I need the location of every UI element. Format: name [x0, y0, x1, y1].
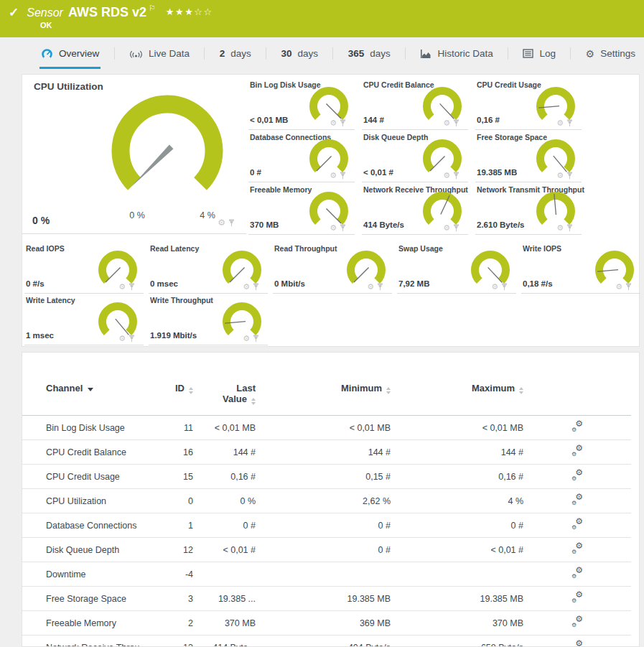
column-header-channel[interactable]: Channel — [22, 381, 164, 416]
pin-icon[interactable] — [501, 283, 508, 291]
gear-icon[interactable]: ⚙ — [243, 335, 250, 343]
tab-historic-data[interactable]: Historic Data — [419, 48, 494, 69]
pin-icon[interactable] — [453, 119, 459, 127]
pin-icon[interactable] — [566, 224, 573, 232]
table-row-cpu-credit-balance[interactable]: CPU Credit Balance16144 #144 #144 #⚙⚙ — [22, 440, 631, 465]
table-row-free-storage-space[interactable]: Free Storage Space319.385 ...19.385 MB19… — [22, 587, 631, 611]
tab-label-number: 365 — [348, 48, 365, 59]
channel-settings-icon[interactable]: ⚙⚙ — [571, 445, 583, 457]
actions-cell: ⚙⚙ — [523, 538, 631, 562]
gear-icon[interactable]: ⚙ — [118, 335, 126, 343]
channel-settings-icon[interactable]: ⚙⚙ — [571, 567, 583, 579]
gauge-tile-cpu-utilization: CPU Utilization 0 % 0 % 4 % ⚙ — [22, 75, 246, 234]
tab-365-days[interactable]: 365 days — [347, 48, 392, 69]
actions-cell: ⚙⚙ — [523, 611, 631, 636]
gear-icon[interactable]: ⚙ — [218, 218, 225, 227]
table-row-network-receive-throu[interactable]: Network Receive Throu...13414 Byte...404… — [22, 636, 631, 647]
gear-icon[interactable]: ⚙ — [556, 172, 564, 180]
column-header-id[interactable]: ID — [164, 381, 193, 416]
live-broadcast-icon — [129, 49, 143, 59]
chart-icon — [420, 49, 431, 59]
pin-icon[interactable] — [340, 224, 346, 232]
gear-icon[interactable]: ⚙ — [243, 283, 250, 291]
last-value-cell: 0 % — [193, 489, 256, 513]
channel-settings-icon[interactable]: ⚙⚙ — [571, 592, 583, 603]
actions-cell: ⚙⚙ — [523, 416, 631, 440]
actions-cell: ⚙⚙ — [523, 513, 631, 538]
pin-icon[interactable] — [453, 224, 459, 232]
tab-log[interactable]: Log — [521, 48, 557, 69]
tab-label: days — [370, 48, 391, 59]
gauge-tile-swap-usage: Swap Usage7,92 MB⚙ — [397, 241, 516, 294]
priority-flag-icon[interactable]: ⚐ — [149, 4, 156, 13]
table-row-cpu-utilization[interactable]: CPU Utilization00 %2,62 %4 %⚙⚙ — [22, 489, 631, 513]
channel-settings-icon[interactable]: ⚙⚙ — [571, 470, 583, 481]
tab-label: days — [230, 48, 251, 59]
object-kind-label: Sensor — [27, 6, 63, 19]
pin-icon[interactable] — [377, 283, 383, 291]
gear-icon[interactable]: ⚙ — [491, 283, 498, 291]
pin-icon[interactable] — [566, 172, 573, 180]
channel-cell: CPU Credit Usage — [22, 465, 164, 489]
column-header-last-value[interactable]: Last Value — [193, 381, 256, 416]
gear-icon[interactable]: ⚙ — [330, 172, 337, 180]
pin-icon[interactable] — [129, 335, 135, 343]
priority-stars[interactable]: ★★★☆☆ — [166, 6, 213, 17]
minimum-cell — [256, 562, 391, 587]
gear-icon[interactable]: ⚙ — [615, 283, 622, 291]
gear-icon[interactable]: ⚙ — [443, 119, 450, 127]
table-row-disk-queue-depth[interactable]: Disk Queue Depth12< 0,01 #0 #< 0,01 #⚙⚙ — [22, 538, 631, 562]
tile-actions: ⚙ — [491, 283, 508, 291]
last-value-cell — [193, 562, 256, 587]
channel-settings-icon[interactable]: ⚙⚙ — [571, 421, 583, 432]
gear-icon[interactable]: ⚙ — [367, 283, 374, 291]
gear-icon[interactable]: ⚙ — [556, 119, 564, 127]
tab-30-days[interactable]: 30 days — [279, 48, 319, 69]
gear-icon[interactable]: ⚙ — [118, 283, 126, 291]
table-row-downtime[interactable]: Downtime-4⚙⚙ — [22, 562, 631, 587]
pin-icon[interactable] — [129, 283, 135, 291]
pin-icon[interactable] — [340, 119, 346, 127]
channel-settings-icon[interactable]: ⚙⚙ — [571, 641, 583, 647]
gauge-label: Read Throughput — [274, 244, 337, 253]
last-value-cell: 144 # — [193, 440, 256, 465]
pin-icon[interactable] — [453, 172, 459, 180]
channel-cell: Database Connections — [22, 513, 164, 538]
table-row-cpu-credit-usage[interactable]: CPU Credit Usage150,16 #0,15 #0,16 #⚙⚙ — [22, 465, 631, 489]
gear-icon[interactable]: ⚙ — [330, 224, 337, 232]
tile-actions: ⚙ — [443, 172, 459, 180]
pin-icon[interactable] — [340, 172, 346, 180]
pin-icon[interactable] — [625, 283, 632, 291]
pin-icon[interactable] — [566, 119, 573, 127]
last-value-cell: < 0,01 # — [193, 538, 256, 562]
pin-icon[interactable] — [253, 283, 259, 291]
minimum-cell: 0 # — [256, 513, 391, 538]
id-cell: 2 — [164, 611, 193, 636]
pin-icon[interactable] — [228, 219, 235, 227]
tab-settings[interactable]: ⚙ Settings — [584, 48, 637, 69]
tab-live-data[interactable]: Live Data — [128, 48, 191, 69]
tab-overview[interactable]: Overview — [39, 48, 101, 69]
pin-icon[interactable] — [253, 335, 259, 343]
channel-settings-icon[interactable]: ⚙⚙ — [571, 543, 583, 554]
gauge-tile-write-iops: Write IOPS0,18 #/s⚙ — [521, 241, 640, 294]
channel-settings-icon[interactable]: ⚙⚙ — [571, 616, 583, 628]
actions-cell: ⚙⚙ — [523, 465, 631, 489]
column-header-maximum[interactable]: Maximum — [391, 381, 523, 416]
table-row-freeable-memory[interactable]: Freeable Memory2370 MB369 MB370 MB⚙⚙ — [22, 611, 631, 636]
table-row-database-connections[interactable]: Database Connections10 #0 #0 #⚙⚙ — [22, 513, 631, 538]
channel-settings-icon[interactable]: ⚙⚙ — [571, 494, 583, 506]
table-row-bin-log-disk-usage[interactable]: Bin Log Disk Usage11< 0,01 MB< 0,01 MB< … — [22, 416, 631, 440]
gear-icon[interactable]: ⚙ — [556, 224, 564, 232]
gauge-label: Disk Queue Depth — [363, 133, 428, 141]
gear-icon[interactable]: ⚙ — [330, 119, 337, 127]
gauge-tile-read-latency: Read Latency0 msec⚙ — [149, 241, 268, 294]
column-header-minimum[interactable]: Minimum — [256, 381, 391, 416]
sort-icon — [251, 398, 256, 405]
gear-icon[interactable]: ⚙ — [443, 172, 450, 180]
channel-settings-icon[interactable]: ⚙⚙ — [571, 518, 583, 530]
gear-icon[interactable]: ⚙ — [443, 224, 450, 232]
gauge-tile-read-throughput: Read Throughput0 Mbit/s⚙ — [273, 241, 392, 294]
maximum-cell: < 0,01 MB — [391, 416, 523, 440]
tab-2-days[interactable]: 2 days — [218, 48, 253, 69]
